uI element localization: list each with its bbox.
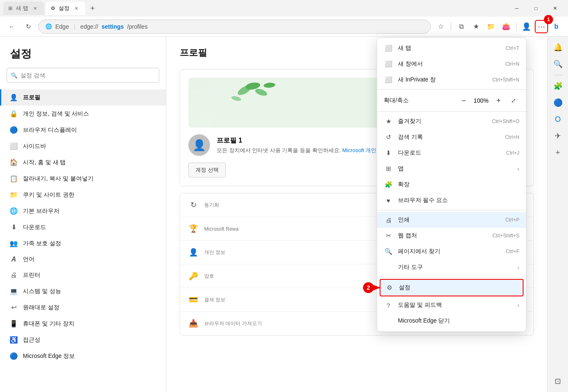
favorites-button[interactable]: ★ bbox=[469, 20, 483, 33]
new-tab-tab[interactable]: ⊞ 새 탭 ✕ bbox=[3, 2, 44, 15]
star-button[interactable]: ☆ bbox=[434, 20, 447, 33]
menu-help[interactable]: ? 도움말 및 피드백 › bbox=[377, 297, 526, 313]
account-select-button[interactable]: 계정 선택 bbox=[188, 163, 226, 178]
menu-webcapture[interactable]: ✂ 웹 캡처 Ctrl+Shift+S bbox=[377, 228, 526, 244]
find-menu-label: 페이지에서 찾기 bbox=[398, 248, 501, 255]
sidebar-item-system[interactable]: 💻 시스템 및 성능 bbox=[0, 283, 166, 299]
sidebar-item-cookies[interactable]: 📁 쿠키 및 사이트 권한 bbox=[0, 187, 166, 203]
minimize-button[interactable]: ─ bbox=[507, 2, 526, 15]
downloads-label: 다운로드 bbox=[23, 224, 46, 231]
dropdown-menu: ⬜ 새 탭 Ctrl+T ⬜ 새 창에서 Ctrl+N ⬜ 새 InPrivat… bbox=[377, 37, 526, 332]
outlook-button[interactable]: O bbox=[551, 112, 566, 127]
profile-link[interactable]: Microsoft 개인정 bbox=[342, 147, 382, 153]
address-bar[interactable]: 🌐 Edge | edge://settings/profiles bbox=[38, 20, 431, 34]
clipboard-icon: 📋 bbox=[10, 175, 18, 182]
menu-apps[interactable]: ⊞ 앱 › bbox=[377, 161, 526, 177]
profile-button[interactable]: 👤 bbox=[520, 20, 533, 33]
sidebar-item-accessibility[interactable]: ♿ 접근성 bbox=[0, 332, 166, 348]
apps-menu-icon: ⊞ bbox=[384, 164, 393, 173]
sidebar-item-about[interactable]: 🔵 Microsoft Edge 정보 bbox=[0, 348, 166, 364]
more-button[interactable]: ⋯ 1 bbox=[535, 20, 548, 33]
new-tab-shortcut: Ctrl+T bbox=[506, 45, 519, 51]
sidebar-item-privacy[interactable]: 🔒 개인 정보, 검색 및 서비스 bbox=[0, 106, 166, 122]
collections-button[interactable]: 📁 bbox=[484, 20, 498, 33]
menu-close-edge[interactable]: Microsoft Edge 닫기 bbox=[377, 313, 526, 329]
add-button[interactable]: + bbox=[551, 145, 566, 160]
sidebar-item-downloads[interactable]: ⬇ 다운로드 bbox=[0, 219, 166, 235]
menu-divider-3 bbox=[377, 210, 526, 210]
sidebar-item-profiles[interactable]: 👤 프로필 bbox=[0, 89, 166, 106]
menu-history[interactable]: ↺ 검색 기록 Ctrl+H bbox=[377, 129, 526, 145]
split-screen-button[interactable]: ⧉ bbox=[454, 20, 468, 33]
zoom-minus-button[interactable]: − bbox=[458, 95, 469, 106]
new-window-menu-label: 새 창에서 bbox=[398, 60, 500, 68]
privacy-icon: 🔒 bbox=[10, 110, 18, 118]
new-tab-label: 새 탭 bbox=[16, 5, 28, 12]
sidebar-item-display[interactable]: 🔵 브라우저 디스플레이 bbox=[0, 122, 166, 138]
toolbar: ← ↻ 🌐 Edge | edge://settings/profiles ☆ … bbox=[0, 17, 568, 37]
menu-favorites[interactable]: ★ 즐겨찾기 Ctrl+Shift+O bbox=[377, 113, 526, 129]
apps-arrow: › bbox=[517, 165, 519, 172]
new-tab-menu-icon: ⬜ bbox=[384, 44, 393, 53]
wallets-button[interactable]: 👛 bbox=[499, 20, 513, 33]
webcapture-menu-label: 웹 캡처 bbox=[398, 232, 487, 239]
sidebar-item-start[interactable]: 🏠 시작, 홈 및 새 탭 bbox=[0, 154, 166, 170]
language-label: 언어 bbox=[23, 256, 35, 263]
close-new-tab[interactable]: ✕ bbox=[32, 5, 39, 12]
privacy-label: 개인 정보, 검색 및 서비스 bbox=[23, 110, 89, 118]
help-arrow: › bbox=[517, 302, 519, 308]
zoom-button[interactable]: 🔍 bbox=[551, 57, 566, 71]
sidebar-item-clipboard[interactable]: 📋 잘라내기, 복사 및 붙여넣기 bbox=[0, 170, 166, 187]
zoom-label: 확대/축소 bbox=[384, 97, 454, 104]
sidebar-item-default[interactable]: 🌐 기본 브라우저 bbox=[0, 203, 166, 219]
menu-settings[interactable]: ⚙ 설정 2 bbox=[380, 279, 524, 296]
titlebar: ⊞ 새 탭 ✕ ⚙ 설정 ✕ + ─ □ ✕ bbox=[0, 0, 568, 17]
sidebar-item-reset[interactable]: ↩ 원래대로 설정 bbox=[0, 299, 166, 316]
maximize-button[interactable]: □ bbox=[526, 2, 546, 15]
menu-divider-2 bbox=[377, 111, 526, 112]
sidebar-collapse[interactable]: ⊡ bbox=[551, 374, 566, 389]
profile-details: 프로필 1 모든 장치에서 인터넷 사용 기록을 등을 확인하세요. Micro… bbox=[217, 136, 382, 154]
print-menu-label: 인쇄 bbox=[398, 216, 500, 224]
sidebar-item-printer[interactable]: 🖨 프린터 bbox=[0, 267, 166, 283]
sidebar-item-mobile[interactable]: 📱 휴대폰 및 기타 장치 bbox=[0, 316, 166, 332]
menu-inprivate[interactable]: ⬜ 새 InPrivate 창 Ctrl+Shift+N bbox=[377, 72, 526, 88]
add-tab-button[interactable]: + bbox=[87, 2, 99, 14]
close-settings-tab[interactable]: ✕ bbox=[73, 5, 80, 12]
menu-new-window[interactable]: ⬜ 새 창에서 Ctrl+N bbox=[377, 56, 526, 72]
sidebar-item-family[interactable]: 👥 가족 보호 설정 bbox=[0, 235, 166, 251]
tools-menu-icon bbox=[384, 263, 393, 272]
history-menu-icon: ↺ bbox=[384, 133, 393, 142]
back-button[interactable]: ← bbox=[5, 20, 18, 33]
menu-find[interactable]: 🔍 페이지에서 찾기 Ctrl+F bbox=[377, 244, 526, 259]
webcapture-shortcut: Ctrl+Shift+S bbox=[492, 233, 519, 239]
telegram-button[interactable]: ✈ bbox=[551, 128, 566, 143]
accessibility-icon: ♿ bbox=[10, 336, 18, 344]
sidebar-item-language[interactable]: A 언어 bbox=[0, 251, 166, 267]
zoom-expand-button[interactable]: ⤢ bbox=[508, 95, 519, 106]
close-button[interactable]: ✕ bbox=[546, 2, 565, 15]
sidebar-item-sidebar[interactable]: ⬜ 사이드바 bbox=[0, 138, 166, 154]
edge-drop-button[interactable]: 🔵 bbox=[551, 95, 566, 110]
help-menu-label: 도움말 및 피드백 bbox=[398, 301, 512, 309]
downloads-menu-label: 다운로드 bbox=[398, 149, 501, 157]
url-highlight: settings bbox=[101, 23, 124, 30]
settings-tab[interactable]: ⚙ 설정 ✕ bbox=[46, 2, 85, 15]
settings-search-input[interactable] bbox=[7, 68, 159, 83]
menu-downloads[interactable]: ⬇ 다운로드 Ctrl+J bbox=[377, 145, 526, 161]
refresh-button[interactable]: ↻ bbox=[22, 20, 35, 33]
import-icon: 📥 bbox=[188, 318, 198, 328]
notifications-button[interactable]: 🔔 bbox=[551, 40, 566, 55]
menu-tools[interactable]: 기타 도구 › bbox=[377, 259, 526, 275]
step1-annotation: 1 bbox=[544, 15, 553, 24]
zoom-plus-button[interactable]: + bbox=[493, 95, 504, 106]
menu-essential[interactable]: ♥ 브라우저 필수 요소 bbox=[377, 192, 526, 208]
new-window-shortcut: Ctrl+N bbox=[505, 61, 519, 67]
tools-arrow: › bbox=[517, 264, 519, 271]
menu-new-tab[interactable]: ⬜ 새 탭 Ctrl+T bbox=[377, 40, 526, 56]
reset-label: 원래대로 설정 bbox=[23, 304, 59, 311]
menu-extensions[interactable]: 🧩 확장 bbox=[377, 177, 526, 192]
profiles-icon: 👤 bbox=[10, 94, 18, 101]
extensions-button[interactable]: 🧩 bbox=[551, 79, 566, 94]
menu-print[interactable]: 🖨 인쇄 Ctrl+P bbox=[377, 212, 526, 228]
